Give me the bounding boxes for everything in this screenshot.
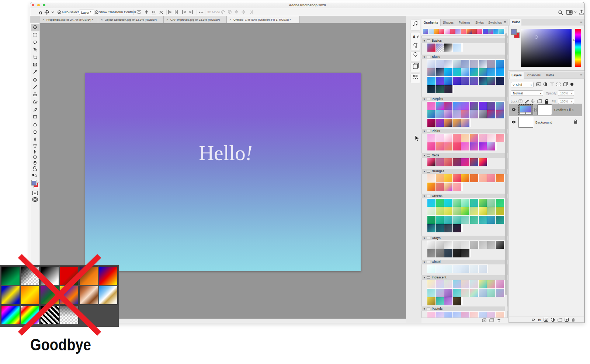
svg-text:fx: fx (538, 318, 541, 322)
svg-text:3D Mode: 3D Mode (207, 10, 220, 14)
svg-text:A: A (413, 35, 416, 39)
